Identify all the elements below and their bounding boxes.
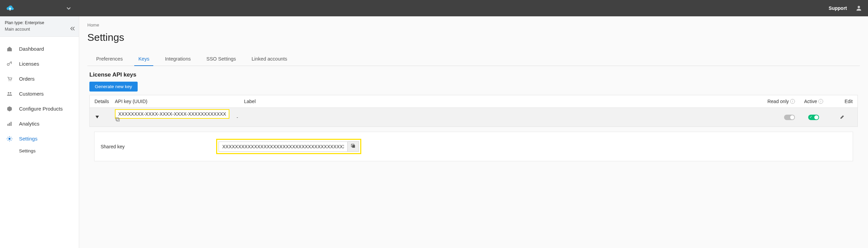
svg-rect-8 (7, 124, 8, 126)
sidebar: Plan type: Enterprise Main account Dashb… (0, 16, 79, 248)
sidebar-item-analytics[interactable]: Analytics (0, 116, 79, 131)
label-cell: - (230, 115, 744, 120)
svg-rect-10 (11, 122, 12, 126)
svg-point-4 (8, 80, 9, 81)
top-bar: Support (0, 0, 868, 16)
api-keys-table: Details API key (UUID) Label Read only i… (89, 95, 858, 161)
tab-integrations[interactable]: Integrations (165, 53, 191, 66)
svg-point-11 (9, 138, 11, 140)
table-row: XXXXXXXX-XXXX-XXXX-XXXX-XXXXXXXXXXXX - ✕… (89, 108, 858, 127)
section-title: License API keys (89, 71, 858, 78)
edit-row-button[interactable] (840, 115, 845, 120)
table-header-row: Details API key (UUID) Label Read only i… (89, 95, 858, 108)
column-header-active: Active i (795, 99, 832, 104)
api-key-cell: XXXXXXXX-XXXX-XXXX-XXXX-XXXXXXXXXXXX (115, 111, 230, 123)
info-icon[interactable]: i (818, 99, 823, 104)
sidebar-item-label: Customers (19, 91, 44, 97)
user-icon[interactable] (855, 4, 863, 12)
generate-new-key-button[interactable]: Generate new key (89, 82, 138, 92)
cart-icon (6, 76, 13, 82)
tab-sso-settings[interactable]: SSO Settings (206, 53, 236, 66)
column-header-text: Active (804, 99, 817, 104)
column-header-text: Read only (767, 99, 789, 104)
shared-key-box (216, 139, 361, 154)
copy-api-key-button[interactable] (115, 118, 120, 123)
sidebar-item-label: Dashboard (19, 46, 44, 52)
account-text: Main account (5, 26, 74, 33)
sidebar-item-label: Analytics (19, 121, 39, 127)
logo-icon (5, 4, 15, 12)
plan-type-text: Plan type: Enterprise (5, 20, 74, 26)
tabs: Preferences Keys Integrations SSO Settin… (87, 53, 860, 66)
breadcrumb[interactable]: Home (87, 22, 860, 28)
topbar-left (5, 4, 73, 12)
shared-key-label: Shared key (101, 144, 203, 149)
svg-point-3 (7, 63, 9, 65)
sidebar-item-label: Licenses (19, 61, 39, 67)
shared-key-input[interactable] (219, 142, 348, 152)
sidebar-nav: Dashboard Licenses Orders Customers Conf… (0, 37, 79, 155)
main-content: Home Settings Preferences Keys Integrati… (79, 16, 868, 248)
tab-linked-accounts[interactable]: Linked accounts (251, 53, 287, 66)
home-icon (6, 46, 13, 52)
active-cell: ✓ (795, 115, 832, 120)
plan-info: Plan type: Enterprise Main account (0, 16, 79, 37)
tab-keys[interactable]: Keys (138, 53, 149, 66)
sidebar-item-label: Configure Products (19, 106, 63, 112)
support-link[interactable]: Support (829, 5, 847, 11)
svg-rect-13 (117, 118, 119, 121)
collapse-sidebar-button[interactable] (70, 26, 75, 33)
read-only-cell: ✕ (744, 115, 795, 120)
sidebar-item-customers[interactable]: Customers (0, 86, 79, 101)
info-icon[interactable]: i (790, 99, 795, 104)
svg-point-2 (858, 6, 860, 8)
column-header-read-only: Read only i (744, 99, 795, 104)
page-title: Settings (87, 32, 860, 43)
users-icon (6, 90, 13, 97)
key-icon (6, 61, 13, 67)
svg-point-5 (11, 80, 11, 81)
copy-shared-key-button[interactable] (348, 141, 359, 152)
gear-icon (6, 135, 13, 142)
sidebar-item-dashboard[interactable]: Dashboard (0, 42, 79, 56)
column-header-edit: Edit (832, 99, 853, 104)
row-detail-panel: Shared key (94, 132, 853, 161)
sidebar-item-label: Orders (19, 76, 35, 82)
svg-rect-9 (9, 123, 10, 126)
layout: Plan type: Enterprise Main account Dashb… (0, 16, 868, 248)
sidebar-item-settings[interactable]: Settings (0, 131, 79, 146)
svg-point-7 (10, 92, 12, 94)
read-only-toggle[interactable]: ✕ (784, 115, 795, 120)
box-icon (6, 105, 13, 112)
sidebar-item-label: Settings (19, 136, 37, 142)
svg-marker-12 (96, 116, 99, 118)
tab-preferences[interactable]: Preferences (96, 53, 123, 66)
svg-point-6 (8, 92, 10, 94)
sidebar-item-orders[interactable]: Orders (0, 71, 79, 86)
api-key-value: XXXXXXXX-XXXX-XXXX-XXXX-XXXXXXXXXXXX (115, 109, 229, 119)
svg-rect-14 (116, 118, 119, 120)
chart-icon (6, 120, 13, 127)
column-header-api-key: API key (UUID) (115, 99, 244, 104)
svg-rect-15 (352, 145, 355, 148)
column-header-label: Label (244, 99, 744, 104)
active-toggle[interactable]: ✓ (808, 115, 819, 120)
sidebar-item-licenses[interactable]: Licenses (0, 56, 79, 71)
chevron-down-icon (67, 5, 71, 11)
org-dropdown[interactable] (19, 5, 73, 11)
expand-row-button[interactable] (94, 116, 100, 119)
column-header-details: Details (94, 99, 115, 104)
sidebar-item-configure-products[interactable]: Configure Products (0, 101, 79, 116)
license-api-keys-section: License API keys Generate new key Detail… (87, 66, 860, 167)
sidebar-subitem-settings[interactable]: Settings (0, 146, 79, 155)
topbar-right: Support (829, 4, 863, 12)
